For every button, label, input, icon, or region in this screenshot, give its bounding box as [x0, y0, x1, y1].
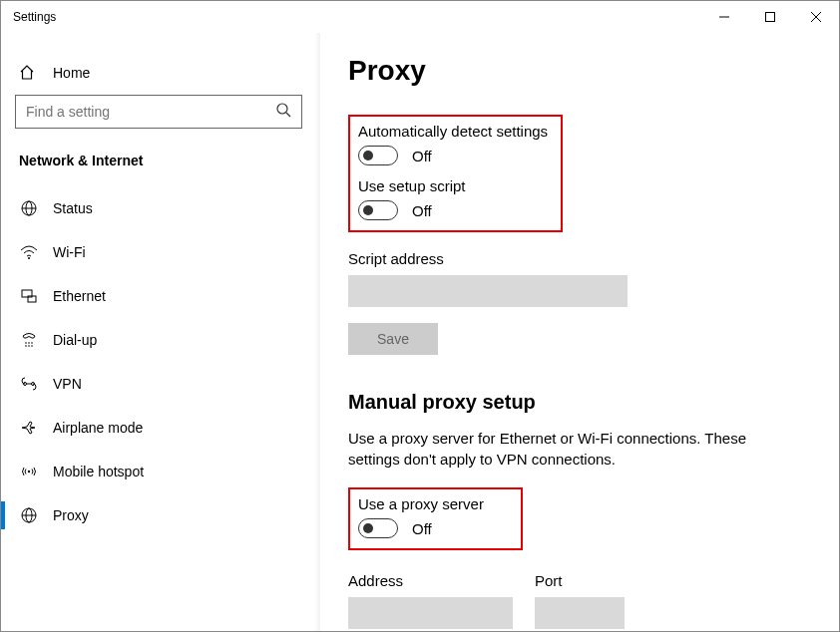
wifi-icon: [19, 243, 39, 261]
sidebar-item-vpn[interactable]: VPN: [9, 362, 308, 406]
svg-line-5: [286, 113, 290, 117]
main-panel: Proxy Automatically detect settings Off …: [320, 33, 839, 631]
manual-heading: Manual proxy setup: [348, 391, 811, 414]
home-nav[interactable]: Home: [9, 53, 308, 91]
svg-point-21: [28, 471, 30, 473]
address-input[interactable]: [348, 597, 513, 629]
home-icon: [19, 65, 39, 81]
use-proxy-highlight: Use a proxy server Off: [348, 487, 523, 550]
svg-point-9: [28, 257, 30, 259]
use-proxy-toggle[interactable]: [358, 518, 398, 538]
search-icon: [275, 102, 291, 122]
sidebar-item-label: Proxy: [53, 507, 89, 523]
sidebar-item-status[interactable]: Status: [9, 186, 308, 230]
sidebar-item-label: Wi-Fi: [53, 244, 86, 260]
window-title: Settings: [13, 10, 56, 24]
port-input[interactable]: [535, 597, 625, 629]
address-label: Address: [348, 572, 513, 589]
use-script-label: Use setup script: [358, 177, 551, 194]
port-label: Port: [535, 572, 625, 589]
svg-rect-1: [766, 13, 775, 22]
sidebar-item-label: Airplane mode: [53, 420, 143, 436]
auto-detect-toggle[interactable]: [358, 146, 398, 165]
sidebar-item-wifi[interactable]: Wi-Fi: [9, 230, 308, 274]
save-button[interactable]: Save: [348, 323, 438, 355]
dialup-icon: [19, 331, 39, 349]
search-input[interactable]: [26, 104, 275, 120]
use-proxy-label: Use a proxy server: [358, 495, 511, 512]
auto-proxy-highlight: Automatically detect settings Off Use se…: [348, 115, 563, 232]
proxy-icon: [19, 506, 39, 524]
search-box[interactable]: [15, 95, 302, 129]
use-script-toggle[interactable]: [358, 200, 398, 220]
svg-point-17: [31, 345, 33, 347]
use-script-state: Off: [412, 202, 432, 219]
script-address-label: Script address: [348, 250, 811, 267]
airplane-icon: [19, 419, 39, 437]
manual-desc: Use a proxy server for Ethernet or Wi-Fi…: [348, 428, 787, 470]
sidebar-item-label: VPN: [53, 376, 82, 392]
close-button[interactable]: [793, 1, 839, 33]
category-heading: Network & Internet: [9, 147, 308, 186]
ethernet-icon: [19, 287, 39, 305]
window-controls: [701, 1, 839, 33]
sidebar-item-label: Mobile hotspot: [53, 464, 144, 479]
vpn-icon: [19, 375, 39, 393]
sidebar-item-proxy[interactable]: Proxy: [9, 493, 308, 537]
minimize-button[interactable]: [701, 1, 747, 33]
svg-point-13: [28, 342, 30, 344]
titlebar: Settings: [1, 1, 839, 33]
svg-point-12: [25, 342, 27, 344]
auto-detect-state: Off: [412, 148, 432, 164]
home-label: Home: [53, 65, 90, 81]
sidebar-item-label: Ethernet: [53, 288, 106, 304]
sidebar-item-hotspot[interactable]: Mobile hotspot: [9, 450, 308, 493]
sidebar-item-ethernet[interactable]: Ethernet: [9, 274, 308, 318]
sidebar-item-label: Status: [53, 200, 93, 216]
svg-point-15: [25, 345, 27, 347]
use-proxy-state: Off: [412, 520, 432, 537]
svg-point-14: [31, 342, 33, 344]
script-address-input[interactable]: [348, 275, 628, 307]
sidebar-item-dialup[interactable]: Dial-up: [9, 318, 308, 362]
status-icon: [19, 199, 39, 217]
sidebar: Home Network & Internet Status Wi-Fi: [1, 33, 320, 631]
sidebar-item-airplane[interactable]: Airplane mode: [9, 406, 308, 450]
page-title: Proxy: [348, 55, 811, 87]
hotspot-icon: [19, 463, 39, 480]
svg-point-16: [28, 345, 30, 347]
svg-point-4: [277, 104, 287, 114]
maximize-button[interactable]: [747, 1, 793, 33]
auto-detect-label: Automatically detect settings: [358, 123, 551, 140]
sidebar-item-label: Dial-up: [53, 332, 97, 348]
